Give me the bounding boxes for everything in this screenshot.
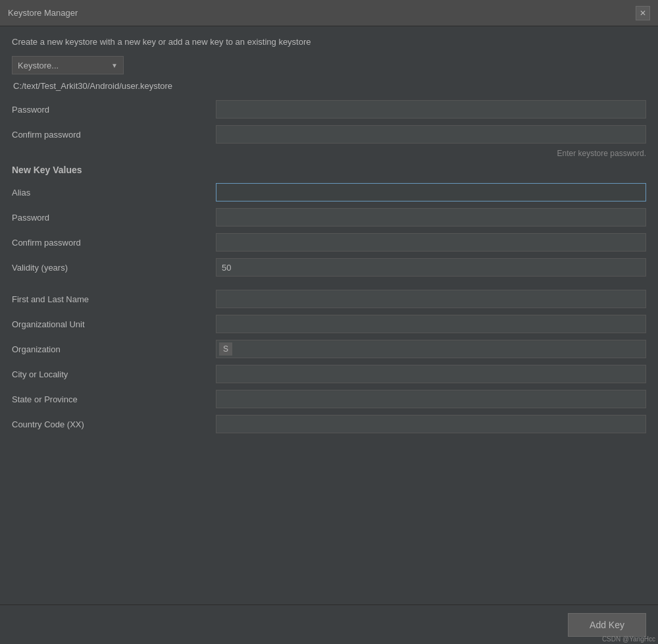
alias-row: Alias	[12, 182, 646, 203]
org-autocomplete-tag: S	[219, 342, 232, 356]
city-input[interactable]	[216, 365, 646, 383]
country-input[interactable]	[216, 415, 646, 433]
country-row: Country Code (XX)	[12, 414, 646, 435]
org-unit-input[interactable]	[216, 315, 646, 333]
state-label: State or Province	[12, 394, 216, 404]
key-password-label: Password	[12, 213, 216, 223]
state-input[interactable]	[216, 390, 646, 408]
organization-label: Organization	[12, 344, 216, 354]
key-confirm-password-input[interactable]	[216, 233, 646, 252]
city-label: City or Locality	[12, 369, 216, 379]
first-last-name-label: First and Last Name	[12, 294, 216, 304]
main-content: Create a new keystore with a new key or …	[0, 26, 658, 604]
keystore-password-row: Password	[12, 99, 646, 120]
description-text: Create a new keystore with a new key or …	[12, 37, 646, 47]
keystore-dropdown-label: Keystore...	[18, 61, 59, 70]
key-confirm-password-label: Confirm password	[12, 238, 216, 248]
city-row: City or Locality	[12, 363, 646, 385]
keystore-confirm-password-row: Confirm password	[12, 124, 646, 145]
country-label: Country Code (XX)	[12, 419, 216, 429]
watermark: CSDN @YangHcc	[602, 635, 655, 643]
alias-label: Alias	[12, 188, 216, 198]
organization-input[interactable]	[232, 344, 645, 354]
keystore-hint-text: Enter keystore password.	[557, 149, 646, 158]
keystore-hint-row: Enter keystore password.	[12, 149, 646, 158]
title-bar: Keystore Manager ✕	[0, 0, 658, 26]
keystore-row: Keystore... ▼	[12, 56, 646, 74]
close-button[interactable]: ✕	[636, 6, 650, 20]
window-title: Keystore Manager	[8, 8, 78, 18]
alias-input[interactable]	[216, 183, 646, 201]
validity-label: Validity (years)	[12, 263, 216, 273]
org-unit-row: Organizational Unit	[12, 313, 646, 335]
organization-input-wrapper[interactable]: S	[216, 340, 646, 358]
keystore-password-label: Password	[12, 105, 216, 115]
state-row: State or Province	[12, 389, 646, 410]
keystore-path: C:/text/Test_Arkit30/Android/user.keysto…	[12, 81, 646, 91]
keystore-form-section: Password Confirm password Enter keystore…	[12, 99, 646, 158]
keystore-password-input[interactable]	[216, 100, 646, 119]
key-confirm-password-row: Confirm password	[12, 232, 646, 253]
chevron-down-icon: ▼	[111, 62, 118, 69]
first-last-name-input[interactable]	[216, 290, 646, 308]
keystore-dropdown[interactable]: Keystore... ▼	[12, 56, 124, 74]
organization-row: Organization S	[12, 338, 646, 360]
first-last-name-row: First and Last Name	[12, 288, 646, 309]
org-unit-label: Organizational Unit	[12, 319, 216, 329]
keystore-confirm-password-label: Confirm password	[12, 130, 216, 140]
validity-row: Validity (years)	[12, 257, 646, 278]
key-password-input[interactable]	[216, 208, 646, 227]
new-key-values-title: New Key Values	[12, 165, 646, 175]
key-password-row: Password	[12, 207, 646, 228]
new-key-form-section: Alias Password Confirm password Validity…	[12, 182, 646, 435]
keystore-confirm-password-input[interactable]	[216, 125, 646, 144]
add-key-button[interactable]: Add Key	[568, 613, 646, 637]
footer: Add Key	[0, 604, 658, 644]
validity-input[interactable]	[216, 258, 646, 277]
